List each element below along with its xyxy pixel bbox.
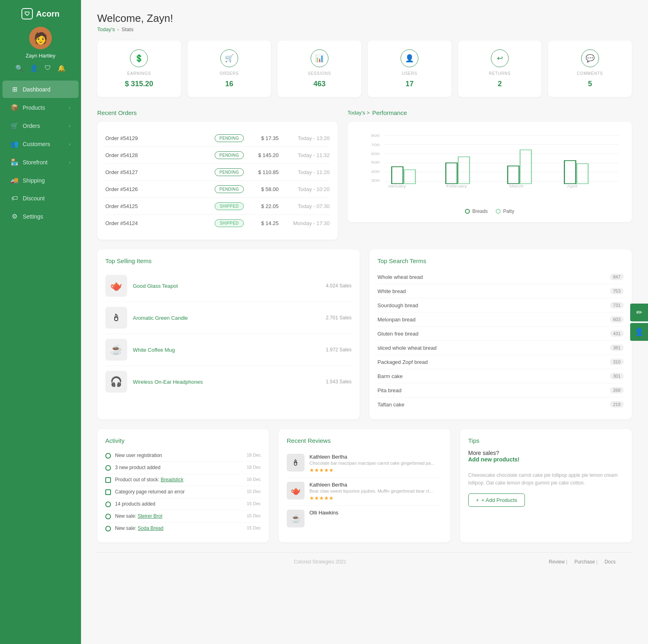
sidebar-item-shipping[interactable]: 🚚 Shipping (2, 172, 79, 189)
orders-card: Order #54129 PENDING $ 17.35 Today - 13:… (97, 122, 338, 240)
review-content: Kathleen Bertha Bear claw sweet liquoric… (309, 482, 433, 501)
orders-value: 16 (225, 80, 233, 88)
activity-date: 16 Dec (245, 477, 261, 482)
svg-rect-14 (446, 163, 457, 183)
footer-link-review[interactable]: Review (549, 559, 565, 565)
activity-dot (105, 526, 111, 531)
search-term: sliced whole wheat bread (377, 345, 437, 351)
svg-rect-16 (508, 166, 519, 184)
activity-date: 18 Dec (245, 465, 261, 470)
review-thumbnail: 🕯 (287, 454, 305, 472)
search-count: 603 (610, 316, 624, 323)
search-count: 731 (610, 302, 624, 308)
activity-link[interactable]: Breadstick (161, 477, 183, 482)
svg-rect-13 (404, 170, 416, 184)
order-id: Order #54127 (105, 169, 208, 175)
fab-edit-button[interactable]: ✏ (630, 304, 648, 321)
sidebar-item-products[interactable]: 📦 Products › (2, 99, 79, 116)
shield-icon[interactable]: 🛡 (45, 64, 51, 72)
status-badge: PENDING (215, 168, 244, 176)
logo-icon: 🛡 (21, 8, 33, 19)
list-item: Barm cake 301 (377, 369, 624, 383)
search-count: 431 (610, 330, 624, 337)
activity-date: 15 Dec (245, 525, 261, 530)
sidebar-item-orders[interactable]: 🛒 Orders › (2, 117, 79, 134)
breads-legend-label: Breads (472, 208, 488, 214)
sidebar-item-settings[interactable]: ⚙ Settings (2, 208, 79, 225)
sidebar-item-discount[interactable]: 🏷 Discount (2, 190, 79, 207)
performance-breadcrumb: Today's > (347, 110, 370, 116)
sidebar-item-label: Dashboard (23, 86, 51, 93)
earnings-icon: 💲 (130, 49, 148, 67)
breadcrumb: Today's › Stats (97, 26, 632, 32)
svg-text:February: February (446, 184, 467, 188)
footer-link-purchase[interactable]: Purchase (574, 559, 595, 565)
order-time: Today - 10:20 (285, 186, 330, 192)
list-item: New sale: Steirer Brot 15 Dec (105, 510, 261, 523)
sidebar-item-storefront[interactable]: 🏪 Storefront › (2, 153, 79, 171)
performance-section: Today's > Performance 800 700 600 500 40… (347, 109, 632, 240)
activity-title: Activity (105, 437, 261, 444)
list-item: ☕ White Coffee Mug 1.972 Sales (105, 334, 352, 366)
table-row: Order #54126 PENDING $ 58.00 Today - 10:… (105, 181, 330, 198)
activity-date: 18 Dec (245, 453, 261, 457)
performance-header: Today's > Performance (347, 109, 632, 116)
fab-user-button[interactable]: 👤 (630, 323, 648, 341)
sidebar-item-customers[interactable]: 👥 Customers › (2, 135, 79, 153)
orders-icon: 🛒 (11, 122, 19, 130)
comments-label: COMMENTS (577, 71, 603, 76)
stat-returns: ↩ RETURNS 2 (458, 40, 542, 97)
search-icon[interactable]: 🔍 (15, 64, 23, 72)
product-sales: 1.972 Sales (326, 347, 352, 353)
product-thumbnail: 🫖 (105, 275, 127, 297)
stat-earnings: 💲 EARNINGS $ 315.20 (97, 40, 181, 97)
list-item: Category page returned an error 15 Dec (105, 486, 261, 498)
order-id: Order #54124 (105, 220, 208, 226)
legend-patty: Patty (496, 208, 514, 214)
returns-value: 2 (498, 80, 502, 88)
svg-rect-19 (577, 164, 588, 183)
reviewer-name: Kathleen Bertha (309, 482, 433, 488)
order-time: Today - 11:32 (285, 152, 330, 158)
svg-text:March: March (509, 184, 524, 188)
add-products-button[interactable]: + + Add Products (468, 493, 525, 507)
activity-date: 15 Dec (245, 501, 261, 506)
search-term: Gluten free bread (377, 331, 418, 337)
footer-links: Review | Purchase | Docs (543, 559, 616, 565)
sidebar-item-label: Customers (23, 141, 50, 147)
list-item: 🫖 Kathleen Bertha Bear claw sweet liquor… (287, 478, 442, 506)
table-row: Order #54127 PENDING $ 110.85 Today - 11… (105, 164, 330, 181)
performance-card: 800 700 600 500 400 300 (347, 122, 632, 222)
order-amount: $ 22.05 (250, 203, 279, 209)
comments-icon: 💬 (581, 49, 599, 67)
list-item: 🎧 Wireless On-Ear Headphones 1.543 Sales (105, 366, 352, 397)
activity-text: Product out of stock: Breadstick (115, 477, 241, 482)
table-row: Order #54128 PENDING $ 145.20 Today - 11… (105, 147, 330, 164)
review-text: Chocolate bar marzipan marzipan carrot c… (309, 461, 435, 465)
product-name: Good Glass Teapot (133, 283, 320, 289)
review-thumbnail: 🫖 (287, 482, 305, 499)
product-thumbnail: 🎧 (105, 371, 127, 393)
activity-dot (105, 465, 111, 471)
svg-rect-15 (458, 157, 469, 183)
sidebar-item-dashboard[interactable]: ⊞ Dashboard (2, 81, 79, 98)
search-term: Packaged Zopf bread (377, 359, 428, 365)
activity-link[interactable]: Soda Bread (138, 525, 163, 531)
activity-link[interactable]: Steirer Brot (138, 513, 162, 519)
list-item: New sale: Soda Bread 15 Dec (105, 523, 261, 534)
search-count: 219 (610, 401, 624, 408)
footer-link-docs[interactable]: Docs (605, 559, 616, 565)
orders-stat-icon: 🛒 (220, 49, 238, 67)
profile-icon[interactable]: 👤 (30, 64, 38, 72)
top-selling-card: Top Selling Items 🫖 Good Glass Teapot 4.… (97, 249, 360, 419)
bell-icon[interactable]: 🔔 (58, 64, 66, 72)
list-item: 3 new product added 18 Dec (105, 462, 261, 474)
app-name: Acorn (36, 9, 60, 19)
table-row: Order #54124 SHIPPED $ 14.25 Monday - 17… (105, 215, 330, 232)
sessions-label: SESSIONS (308, 71, 331, 76)
users-icon: 👤 (401, 49, 418, 67)
svg-text:700: 700 (371, 142, 379, 147)
svg-rect-17 (520, 150, 531, 183)
returns-label: RETURNS (489, 71, 511, 76)
reviews-card: Recent Reviews 🕯 Kathleen Bertha Chocola… (279, 429, 450, 542)
